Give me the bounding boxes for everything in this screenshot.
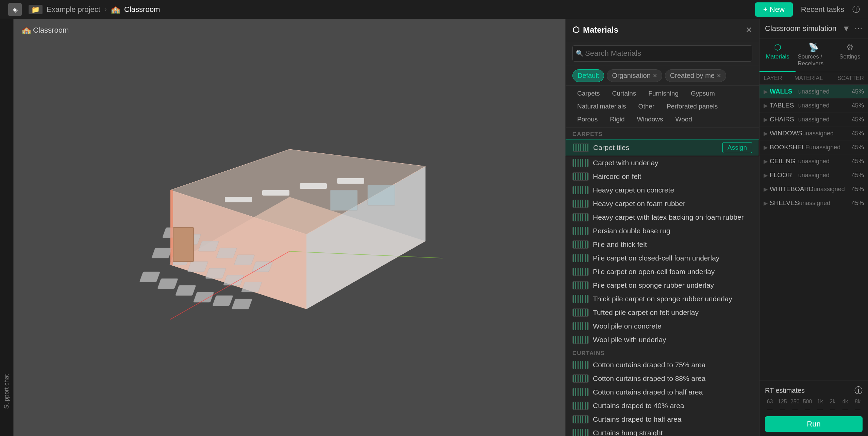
mat-item-wool-concrete[interactable]: Wool pile on concrete — [566, 319, 759, 333]
tab-created-by-me[interactable]: Created by me ✕ — [665, 69, 726, 82]
filter-carpets[interactable]: Carpets — [572, 88, 605, 99]
recent-tasks-label[interactable]: Recent tasks — [801, 5, 844, 14]
tab-organisation[interactable]: Organisation ✕ — [607, 69, 662, 82]
mat-item-thick-pile-sponge[interactable]: Thick pile carpet on sponge rubber under… — [566, 292, 759, 306]
layer-name-bookshelf: BOOKSHELF — [770, 144, 809, 151]
filter-porous[interactable]: Porous — [572, 114, 602, 124]
filter-rigid[interactable]: Rigid — [605, 114, 629, 124]
materials-nav-icon: ⬡ — [774, 43, 781, 52]
rt-val-250: — — [790, 407, 800, 413]
mat-item-persian[interactable]: Persian double base rug — [566, 224, 759, 238]
filter-wood[interactable]: Wood — [671, 114, 697, 124]
layer-name-ceiling: CEILING — [770, 157, 796, 165]
mat-item-pile-thick-felt[interactable]: Pile and thick felt — [566, 238, 759, 251]
mat-item-curtains-straight[interactable]: Curtains hung straight — [566, 426, 759, 436]
mat-item-cotton-88[interactable]: Cotton curtains draped to 88% area — [566, 372, 759, 385]
mat-swatch — [572, 336, 589, 344]
layer-scatter-walls: 45% — [847, 88, 864, 95]
nav-sources-receivers[interactable]: 📡 Sources / Receivers — [796, 38, 832, 72]
run-button[interactable]: Run — [765, 416, 863, 432]
filter-furnishing[interactable]: Furnishing — [644, 88, 683, 99]
mat-swatch — [572, 388, 589, 396]
svg-rect-11 — [198, 241, 219, 251]
tab-default[interactable]: Default — [572, 69, 604, 82]
rt-val-63: — — [765, 407, 775, 413]
mat-item-cotton-half[interactable]: Cotton curtains draped to half area — [566, 385, 759, 399]
svg-rect-24 — [193, 292, 214, 302]
layer-material-bookshelf: unassigned — [809, 144, 850, 151]
mat-item-heavy-latex[interactable]: Heavy carpet with latex backing on foam … — [566, 211, 759, 224]
layer-scatter-whiteboard: 45% — [851, 186, 864, 193]
mat-swatch — [572, 186, 589, 194]
project-label[interactable]: Example project — [47, 5, 100, 14]
search-input[interactable] — [572, 45, 752, 62]
layer-row-bookshelf[interactable]: ▶ BOOKSHELF unassigned 45% — [760, 140, 868, 154]
rt-freq-2k: 2k — [828, 399, 837, 405]
layer-material-tables: unassigned — [798, 102, 847, 109]
svg-rect-31 — [173, 228, 194, 262]
mat-item-heavy-concrete[interactable]: Heavy carpet on concrete — [566, 183, 759, 197]
rt-estimates-section: RT estimates ⓘ 63 125 250 500 1k 2k 4k 8… — [760, 381, 868, 436]
svg-rect-13 — [234, 255, 255, 265]
mat-item-heavy-foam[interactable]: Heavy carpet on foam rubber — [566, 197, 759, 211]
rt-freq-8k: 8k — [853, 399, 863, 405]
mat-swatch — [572, 227, 589, 235]
layer-row-whiteboard[interactable]: ▶ WHITEBOARD unassigned 45% — [760, 182, 868, 196]
layer-row-chairs[interactable]: ▶ CHAIRS unassigned 45% — [760, 113, 868, 127]
support-chat-label[interactable]: Support chat — [3, 374, 10, 409]
filter-natural[interactable]: Natural materials — [572, 101, 631, 112]
svg-rect-23 — [175, 285, 196, 296]
new-button[interactable]: + New — [755, 2, 793, 17]
layer-row-floor[interactable]: ▶ FLOOR unassigned 45% — [760, 168, 868, 182]
classroom-icon: 🏫 — [111, 5, 120, 14]
mat-item-pile-closed-cell[interactable]: Pile carpet on closed-cell foam underlay — [566, 251, 759, 265]
mat-item-tufted-pile[interactable]: Tufted pile carpet on felt underlay — [566, 306, 759, 319]
topbar-right-icons: Recent tasks ⓘ — [801, 4, 860, 15]
layer-row-tables[interactable]: ▶ TABLES unassigned 45% — [760, 99, 868, 113]
mat-item-wool-underlay[interactable]: Wool pile with underlay — [566, 333, 759, 347]
assign-button-carpet-tiles[interactable]: Assign — [722, 142, 752, 153]
filter-windows[interactable]: Windows — [632, 114, 668, 124]
layer-row-ceiling[interactable]: ▶ CEILING unassigned 45% — [760, 154, 868, 168]
layer-row-shelves[interactable]: ▶ SHELVES unassigned 45% — [760, 196, 868, 210]
mat-item-cotton-75[interactable]: Cotton curtains draped to 75% area — [566, 358, 759, 372]
layer-material-walls: unassigned — [798, 88, 847, 95]
mat-item-pile-open-cell[interactable]: Pile carpet on open-cell foam underlay — [566, 265, 759, 279]
mat-item-curtains-half[interactable]: Curtains draped to half area — [566, 413, 759, 426]
layer-row-walls[interactable]: ▶ WALLS unassigned 45% — [760, 85, 868, 99]
sim-header-icons: ▼ ⋯ — [842, 24, 863, 33]
materials-panel: ⬡ Materials ✕ 🔍 Default Organisation ✕ C… — [565, 19, 759, 436]
mat-swatch — [572, 254, 589, 262]
filter-gypsum[interactable]: Gypsum — [686, 88, 720, 99]
dropdown-icon[interactable]: ▼ — [842, 24, 850, 33]
current-page-label: Classroom — [124, 5, 160, 14]
mat-item-carpet-tiles[interactable]: Carpet tiles Assign — [566, 139, 759, 156]
filter-perforated[interactable]: Perforated panels — [662, 101, 722, 112]
mat-swatch — [572, 268, 589, 276]
nav-materials[interactable]: ⬡ Materials — [760, 38, 796, 72]
filter-curtains[interactable]: Curtains — [607, 88, 641, 99]
mat-item-haircord[interactable]: Haircord on felt — [566, 170, 759, 183]
3d-room — [136, 122, 443, 333]
chevron-tables: ▶ — [764, 102, 768, 109]
rt-info-icon[interactable]: ⓘ — [854, 385, 863, 396]
more-options-icon[interactable]: ⋯ — [854, 24, 863, 33]
search-icon: 🔍 — [576, 50, 583, 57]
sources-nav-label: Sources / Receivers — [798, 53, 830, 67]
nav-settings[interactable]: ⚙ Settings — [832, 38, 868, 72]
mat-item-pile-sponge[interactable]: Pile carpet on sponge rubber underlay — [566, 279, 759, 292]
mat-item-carpet-underlay[interactable]: Carpet with underlay — [566, 156, 759, 170]
chevron-walls: ▶ — [764, 88, 768, 95]
info-icon[interactable]: ⓘ — [852, 4, 860, 15]
settings-nav-label: Settings — [839, 53, 860, 60]
layer-row-windows[interactable]: ▶ WINDOWS unassigned 45% — [760, 127, 868, 140]
filter-other[interactable]: Other — [634, 101, 660, 112]
mat-swatch — [572, 374, 589, 383]
close-materials-button[interactable]: ✕ — [746, 25, 752, 35]
col-layer: LAYER — [764, 75, 794, 82]
mat-item-curtains-40[interactable]: Curtains draped to 40% area — [566, 399, 759, 413]
layer-scatter-floor: 45% — [847, 172, 864, 179]
3d-viewport[interactable]: 🏫 Classroom — [14, 19, 565, 436]
svg-rect-17 — [187, 262, 208, 272]
settings-nav-icon: ⚙ — [846, 43, 854, 52]
